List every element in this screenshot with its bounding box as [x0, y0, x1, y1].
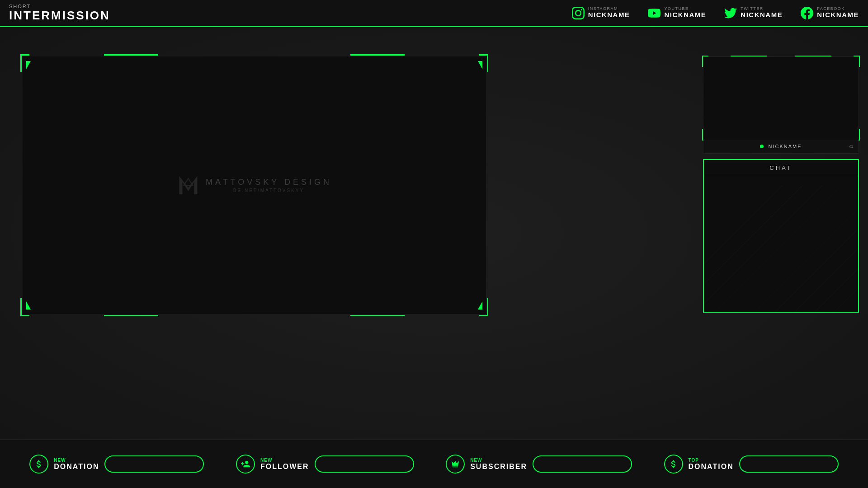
subscriber-type-label: SUBSCRIBER — [470, 463, 527, 471]
chat-body — [704, 185, 858, 312]
arrow-tr — [478, 61, 482, 69]
person-add-icon — [241, 459, 250, 469]
watermark-text-group: MATTOVSKY DESIGN BE.NET/MATTOVSKYY — [206, 178, 332, 193]
title-section: SHORT INTERMISSION — [9, 4, 110, 22]
watermark: MATTOVSKY DESIGN BE.NET/MATTOVSKYY — [177, 174, 332, 197]
webcam-edge-top-right — [795, 56, 831, 56]
top-donation-labels: TOP DONATION — [689, 458, 734, 471]
alert-follower: NEW FOLLOWER — [236, 455, 414, 474]
instagram-icon — [572, 7, 585, 19]
subscriber-display-box — [533, 455, 632, 473]
arrow-br — [478, 301, 482, 310]
dollar-icon — [34, 459, 44, 469]
webcam-panel: NICKNAME ☺ — [703, 56, 859, 154]
subscriber-labels: NEW SUBSCRIBER — [470, 458, 527, 471]
webcam-user-icon: ☺ — [849, 143, 854, 150]
webcam-corner-br — [854, 129, 860, 141]
edge-top-right — [350, 54, 405, 56]
webcam-nickname: NICKNAME — [768, 144, 802, 149]
top-donation-display-box — [739, 455, 839, 473]
follower-icon-circle — [236, 455, 255, 474]
header-bar: SHORT INTERMISSION INSTAGRAM NICKNAME YO… — [0, 0, 868, 27]
donation-new-label: NEW — [54, 458, 99, 463]
edge-bottom-left — [104, 315, 158, 316]
instagram-nickname: NICKNAME — [588, 11, 630, 19]
webcam-nickname-bar: NICKNAME ☺ — [703, 140, 859, 153]
social-bar: INSTAGRAM NICKNAME YOUTUBE NICKNAME TWIT… — [572, 7, 859, 19]
subscriber-icon-circle — [446, 455, 465, 474]
chat-panel: CHAT — [703, 159, 859, 313]
follower-display-box — [315, 455, 414, 473]
webcam-corner-bl — [702, 129, 708, 141]
arrow-bl — [26, 301, 31, 310]
facebook-icon — [801, 7, 813, 19]
chat-header: CHAT — [704, 160, 858, 176]
top-donation-type-label: DONATION — [689, 463, 734, 471]
nickname-dot — [760, 145, 764, 148]
social-twitter: TWITTER NICKNAME — [724, 7, 783, 19]
bottom-bar: NEW DONATION NEW FOLLOWER NEW SUBSCRIBER — [0, 439, 868, 488]
social-facebook: FACEBOOK NICKNAME — [801, 7, 859, 19]
follower-type-label: FOLLOWER — [260, 463, 309, 471]
webcam-edge-top-left — [731, 56, 767, 56]
edge-bottom-right — [350, 315, 405, 316]
alert-top-donation: TOP DONATION — [664, 455, 839, 474]
donation-type-label: DONATION — [54, 463, 99, 471]
donation-labels: NEW DONATION — [54, 458, 99, 471]
follower-new-label: NEW — [260, 458, 309, 463]
top-dollar-icon — [669, 459, 679, 469]
crown-icon — [450, 459, 460, 469]
alert-subscriber: NEW SUBSCRIBER — [446, 455, 632, 474]
donation-display-box — [104, 455, 204, 473]
top-donation-new-label: TOP — [689, 458, 734, 463]
watermark-studio-name: MATTOVSKY DESIGN — [206, 178, 332, 187]
title-main: INTERMISSION — [9, 9, 110, 22]
webcam-corner-tr — [854, 56, 860, 67]
edge-top-left — [104, 54, 158, 56]
watermark-url: BE.NET/MATTOVSKYY — [206, 188, 332, 193]
right-panels: NICKNAME ☺ CHAT — [703, 56, 859, 313]
twitter-icon — [724, 7, 737, 19]
alert-donation: NEW DONATION — [29, 455, 204, 474]
youtube-text: YOUTUBE NICKNAME — [664, 7, 706, 19]
arrow-tl — [26, 61, 31, 69]
main-video-panel: MATTOVSKY DESIGN BE.NET/MATTOVSKYY — [23, 56, 486, 314]
main-area: MATTOVSKY DESIGN BE.NET/MATTOVSKYY NICKN… — [0, 32, 868, 438]
facebook-nickname: NICKNAME — [817, 11, 859, 19]
social-instagram: INSTAGRAM NICKNAME — [572, 7, 630, 19]
youtube-icon — [648, 7, 660, 19]
webcam-corner-tl — [702, 56, 708, 67]
youtube-nickname: NICKNAME — [664, 11, 706, 19]
follower-labels: NEW FOLLOWER — [260, 458, 309, 471]
top-donation-icon-circle — [664, 455, 683, 474]
donation-icon-circle — [29, 455, 48, 474]
social-youtube: YOUTUBE NICKNAME — [648, 7, 706, 19]
instagram-text: INSTAGRAM NICKNAME — [588, 7, 630, 19]
twitter-nickname: NICKNAME — [741, 11, 783, 19]
facebook-text: FACEBOOK NICKNAME — [817, 7, 859, 19]
subscriber-new-label: NEW — [470, 458, 527, 463]
twitter-text: TWITTER NICKNAME — [741, 7, 783, 19]
watermark-logo: MATTOVSKY DESIGN BE.NET/MATTOVSKYY — [177, 174, 332, 197]
